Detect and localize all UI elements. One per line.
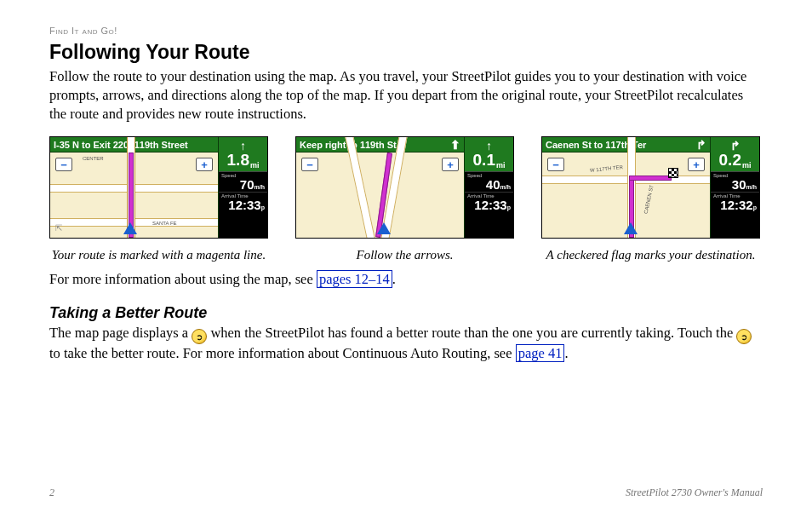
zoom-in-button[interactable]: + <box>196 158 213 171</box>
distance-value: 0.2 <box>719 151 741 170</box>
manual-title: StreetPilot 2730 Owner's Manual <box>626 486 763 499</box>
page-link-12-14[interactable]: pages 12–14 <box>317 270 392 288</box>
arrival-value: 12:32 <box>720 198 752 212</box>
maneuver-arrow-icon: ↱ <box>696 138 706 152</box>
figure-1: I-35 N to Exit 220: 119th Street − + CEN… <box>49 136 268 263</box>
figure-row: I-35 N to Exit 220: 119th Street − + CEN… <box>49 136 763 263</box>
maneuver-arrow-icon: ⬆ <box>450 138 460 152</box>
page-number: 2 <box>49 486 54 499</box>
figure-3: Caenen St to 117th Ter ↱ − + W 117TH TER… <box>541 136 760 263</box>
page-heading: Following Your Route <box>49 41 763 64</box>
zoom-out-button[interactable]: − <box>301 158 318 171</box>
destination-flag-icon <box>668 168 678 178</box>
figure-caption: A checkered flag marks your destination. <box>546 247 756 263</box>
figure-2: Keep right to 119th St ⬆ − + ↑ 0.1mi Spe… <box>295 136 514 263</box>
zoom-in-button[interactable]: + <box>688 158 705 171</box>
zoom-out-button[interactable]: − <box>547 158 564 171</box>
direction-text: I-35 N to Exit 220: 119th Street <box>54 140 188 150</box>
distance-panel: ↑ 1.8mi <box>219 137 267 171</box>
breadcrumb: Find It and Go! <box>49 26 763 36</box>
map-label: W 117TH TER <box>590 164 623 173</box>
distance-panel: ↑ 0.1mi <box>465 137 513 171</box>
turn-arrow-icon: ↑ <box>240 139 246 153</box>
page-footer: 2 StreetPilot 2730 Owner's Manual <box>49 486 763 499</box>
intro-paragraph: Follow the route to your destination usi… <box>49 67 763 123</box>
zoom-in-button[interactable]: + <box>442 158 459 171</box>
compass-icon: ⇱ <box>55 223 62 233</box>
map-label: SANTA FE <box>152 221 177 226</box>
gps-topbar: Caenen St to 117th Ter ↱ <box>542 137 710 153</box>
gps-screenshot-3: Caenen St to 117th Ter ↱ − + W 117TH TER… <box>541 136 760 239</box>
page-link-41[interactable]: page 41 <box>516 344 565 362</box>
gps-screenshot-1: I-35 N to Exit 220: 119th Street − + CEN… <box>49 136 268 239</box>
gps-topbar: Keep right to 119th St ⬆ <box>296 137 464 153</box>
distance-value: 1.8 <box>227 151 249 170</box>
speed-value: 30 <box>732 177 746 192</box>
more-info-paragraph: For more information about using the map… <box>49 270 763 289</box>
speed-value: 40 <box>486 177 500 192</box>
arrival-value: 12:33 <box>228 198 260 212</box>
distance-panel: ↱ 0.2mi <box>711 137 759 171</box>
turn-arrow-icon: ↑ <box>486 139 492 153</box>
sub-heading: Taking a Better Route <box>49 304 763 322</box>
better-route-paragraph: The map page displays a ➲ when the Stree… <box>49 324 763 363</box>
better-route-icon: ➲ <box>736 329 752 344</box>
better-route-icon: ➲ <box>192 329 207 344</box>
zoom-out-button[interactable]: − <box>55 158 72 171</box>
figure-caption: Your route is marked with a magenta line… <box>52 247 266 263</box>
map-label: CENTER <box>83 156 104 161</box>
arrival-value: 12:33 <box>474 198 506 212</box>
figure-caption: Follow the arrows. <box>356 247 453 263</box>
map-label: CAENEN ST <box>643 185 655 215</box>
distance-value: 0.1 <box>473 151 495 170</box>
speed-value: 70 <box>240 177 254 192</box>
gps-screenshot-2: Keep right to 119th St ⬆ − + ↑ 0.1mi Spe… <box>295 136 514 239</box>
turn-arrow-icon: ↱ <box>730 139 741 153</box>
